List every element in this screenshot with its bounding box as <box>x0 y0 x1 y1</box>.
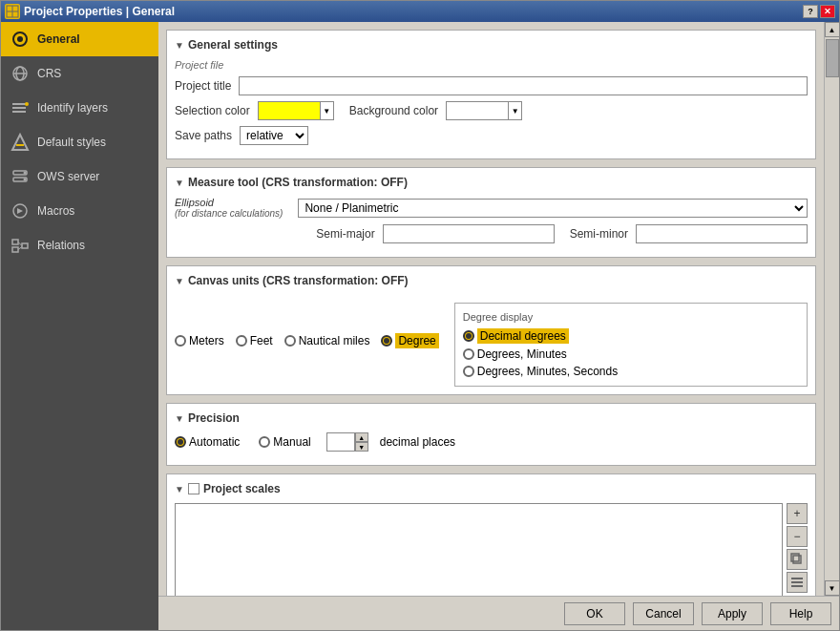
sidebar: General CRS <box>1 22 158 630</box>
main-content: ▼ General settings Project file Project … <box>158 22 839 630</box>
sidebar-item-default-styles-label: Default styles <box>37 136 106 149</box>
sidebar-item-general-label: General <box>37 32 80 46</box>
relations-icon <box>10 236 30 255</box>
sidebar-item-identify-layers-label: Identify layers <box>37 101 108 115</box>
ellipsoid-select[interactable]: None / Planimetric <box>298 199 808 218</box>
help-button[interactable]: Help <box>770 602 831 625</box>
background-color-btn[interactable]: ▼ <box>446 101 522 120</box>
scale-add-btn[interactable]: + <box>787 503 808 524</box>
sidebar-item-crs-label: CRS <box>37 67 61 80</box>
ellipsoid-sublabel: (for distance calculations) <box>175 208 283 219</box>
scales-area: + − <box>175 503 808 596</box>
collapse-triangle[interactable]: ▼ <box>175 40 184 51</box>
apply-button[interactable]: Apply <box>702 602 763 625</box>
decimal-input[interactable]: 2 <box>326 432 355 452</box>
svg-point-16 <box>24 172 27 175</box>
sidebar-item-general[interactable]: General <box>1 22 158 56</box>
project-title-input[interactable] <box>239 76 808 95</box>
general-settings-header: ▼ General settings <box>175 38 808 52</box>
measure-tool-title: Measure tool (CRS transformation: OFF) <box>188 176 408 189</box>
ok-button[interactable]: OK <box>564 602 625 625</box>
project-scales-section: ▼ Project scales + − <box>166 473 816 596</box>
precision-header: ▼ Precision <box>175 411 808 425</box>
selection-color-btn[interactable]: ▼ <box>258 101 334 120</box>
radio-decimal-label: Decimal degrees <box>477 328 569 344</box>
sidebar-item-crs[interactable]: CRS <box>1 56 158 91</box>
project-scales-title: Project scales <box>203 482 281 495</box>
project-file-row: Project file <box>175 59 808 71</box>
semi-minor-label: Semi-minor <box>570 227 628 241</box>
selection-color-dropdown-arrow[interactable]: ▼ <box>320 102 333 119</box>
radio-degrees-minutes-seconds[interactable]: Degrees, Minutes, Seconds <box>463 365 799 378</box>
scrollbar-down-btn[interactable]: ▼ <box>825 580 840 596</box>
canvas-units-section: ▼ Canvas units (CRS transformation: OFF)… <box>166 265 816 395</box>
sidebar-item-default-styles[interactable]: Default styles <box>1 125 158 159</box>
scrollbar-track: ▲ ▼ <box>824 22 839 596</box>
background-color-dropdown-arrow[interactable]: ▼ <box>508 102 521 119</box>
scrollbar-thumb[interactable] <box>826 39 839 77</box>
radio-degree-label: Degree <box>395 333 438 348</box>
radio-decimal-degrees[interactable]: Decimal degrees <box>463 328 799 344</box>
background-color-label: Background color <box>349 104 438 117</box>
radio-deg-min-label: Degrees, Minutes <box>477 347 567 361</box>
precision-title: Precision <box>188 411 240 425</box>
crs-icon <box>10 64 30 83</box>
sidebar-item-identify-layers[interactable]: Identify layers <box>1 91 158 125</box>
scale-remove-btn[interactable]: − <box>787 526 808 547</box>
radio-degree[interactable]: Degree <box>381 333 438 348</box>
radio-auto-circle <box>175 436 186 448</box>
semi-major-input[interactable] <box>383 224 555 243</box>
precision-row: Automatic Manual 2 ▲ ▼ <box>175 432 808 452</box>
svg-rect-19 <box>12 240 18 244</box>
measure-collapse-triangle[interactable]: ▼ <box>175 178 184 188</box>
radio-feet-circle <box>236 335 247 347</box>
canvas-units-header: ▼ Canvas units (CRS transformation: OFF) <box>175 274 808 287</box>
cancel-button[interactable]: Cancel <box>633 602 694 625</box>
canvas-collapse-triangle[interactable]: ▼ <box>175 276 184 286</box>
degree-display: Degree display Decimal degrees Degrees, … <box>454 303 808 387</box>
scales-collapse-triangle[interactable]: ▼ <box>175 484 184 494</box>
sidebar-item-macros[interactable]: Macros <box>1 194 158 228</box>
scrollable-area: ▼ General settings Project file Project … <box>158 22 824 596</box>
window-body: General CRS <box>1 22 839 630</box>
semi-minor-input[interactable] <box>636 224 808 243</box>
radio-nautical-miles[interactable]: Nautical miles <box>284 334 370 347</box>
ellipsoid-row: Ellipsoid (for distance calculations) No… <box>175 197 808 219</box>
measure-tool-section: ▼ Measure tool (CRS transformation: OFF)… <box>166 167 816 258</box>
general-settings-section: ▼ General settings Project file Project … <box>166 30 816 159</box>
save-paths-row: Save paths relative absolute <box>175 126 808 145</box>
radio-automatic[interactable]: Automatic <box>175 435 240 449</box>
svg-rect-10 <box>12 111 26 113</box>
radio-deg-min-sec-label: Degrees, Minutes, Seconds <box>477 365 618 378</box>
radio-meters[interactable]: Meters <box>175 334 224 347</box>
svg-rect-21 <box>22 243 28 248</box>
scale-options-btn[interactable] <box>787 572 808 593</box>
sidebar-item-ows-server[interactable]: OWS server <box>1 159 158 194</box>
radio-manual[interactable]: Manual <box>259 435 310 449</box>
sidebar-item-relations[interactable]: Relations <box>1 228 158 263</box>
project-scales-checkbox[interactable] <box>188 483 200 494</box>
radio-auto-label: Automatic <box>189 435 240 449</box>
ellipsoid-label: Ellipsoid <box>175 197 283 208</box>
radio-meters-label: Meters <box>189 334 224 347</box>
selection-color-swatch <box>259 102 320 119</box>
svg-point-17 <box>24 179 27 181</box>
radio-feet[interactable]: Feet <box>236 334 273 347</box>
close-btn[interactable]: ✕ <box>820 5 835 18</box>
color-row: Selection color ▼ Background color ▼ <box>175 101 808 120</box>
svg-rect-24 <box>793 556 801 563</box>
precision-collapse-triangle[interactable]: ▼ <box>175 413 184 424</box>
help-title-btn[interactable]: ? <box>803 5 818 18</box>
radio-deg-min-circle <box>463 348 474 360</box>
scale-copy-btn[interactable] <box>787 549 808 570</box>
default-styles-icon <box>10 133 30 152</box>
radio-degrees-minutes[interactable]: Degrees, Minutes <box>463 347 799 361</box>
spinbox-up[interactable]: ▲ <box>355 432 368 442</box>
save-paths-select[interactable]: relative absolute <box>240 126 308 145</box>
scales-list[interactable] <box>175 503 783 596</box>
scrollbar-up-btn[interactable]: ▲ <box>825 22 840 37</box>
svg-rect-28 <box>791 585 803 587</box>
spinbox-down[interactable]: ▼ <box>355 442 368 452</box>
project-scales-checkbox-item[interactable]: Project scales <box>188 482 281 495</box>
semi-major-label: Semi-major <box>316 227 374 241</box>
